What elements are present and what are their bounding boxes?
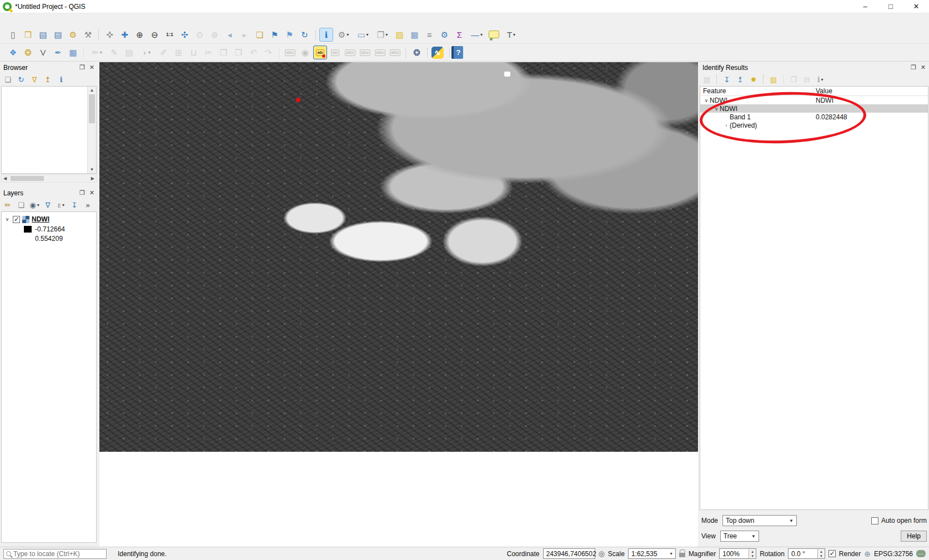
zoom-native-button[interactable]: 1:1 xyxy=(163,28,177,42)
measure-line-button[interactable]: ― ▾ xyxy=(468,28,486,42)
zoom-in-button[interactable]: ⊕ xyxy=(133,28,147,42)
add-mesh-layer-button[interactable]: ▦ xyxy=(66,46,80,59)
show-hide-labels-button[interactable]: abc xyxy=(343,46,357,59)
spinner-arrows-icon[interactable]: ▲▼ xyxy=(817,549,825,558)
identify-features-button[interactable]: ℹ xyxy=(319,28,333,42)
open-project-button[interactable]: ❒ xyxy=(21,28,35,42)
auto-open-form-checkbox[interactable] xyxy=(871,517,878,524)
toggle-editing-button[interactable]: ✎ xyxy=(107,46,121,59)
new-project-button[interactable]: ▯ xyxy=(6,28,20,42)
metasearch-button[interactable]: ❂ xyxy=(410,46,424,59)
highlight-pinned-labels-button[interactable]: ab xyxy=(313,46,327,59)
scale-lock-icon[interactable] xyxy=(679,553,685,557)
menu-raster[interactable] xyxy=(72,19,82,21)
text-annotation-button[interactable]: T ▾ xyxy=(502,28,520,42)
spinner-arrows-icon[interactable]: ▲▼ xyxy=(749,549,756,558)
delete-selected-button[interactable]: ⊔ xyxy=(187,46,200,59)
help-contents-button[interactable]: ? xyxy=(451,46,463,59)
menu-processing[interactable] xyxy=(102,19,112,21)
maximize-button[interactable]: □ xyxy=(878,0,903,13)
expand-all-layers-button[interactable]: ↧ xyxy=(68,199,81,211)
open-attribute-table-button[interactable]: ▦ xyxy=(408,28,421,42)
browser-tree[interactable]: ▲ ▼ xyxy=(1,86,97,174)
browser-float-button[interactable]: ❐ xyxy=(79,64,85,71)
save-project-as-button[interactable]: ▤ xyxy=(51,28,65,42)
crs-globe-icon[interactable]: ⊕ xyxy=(864,549,871,558)
save-project-button[interactable]: ▤ xyxy=(36,28,50,42)
new-shapefile-layer-button[interactable]: ✒ xyxy=(51,46,65,59)
rotate-label-button[interactable]: abc xyxy=(373,46,387,59)
open-form-button[interactable]: ▤ xyxy=(701,73,713,85)
new-print-layout-button[interactable]: ⚙ xyxy=(66,28,80,42)
paste-features-button[interactable]: ❒ xyxy=(232,46,245,59)
select-by-form-button[interactable]: ❐ ▾ xyxy=(373,28,391,42)
add-wms-layer-button[interactable]: ❂ xyxy=(21,46,35,59)
select-features-button[interactable]: ▭ ▾ xyxy=(354,28,372,42)
tree-chevron-icon[interactable]: › xyxy=(723,123,730,128)
new-spatial-bookmark-button[interactable]: ⚑ xyxy=(268,28,282,42)
browser-vertical-scrollbar[interactable]: ▲ ▼ xyxy=(87,87,96,173)
python-console-button[interactable]: ∿ xyxy=(431,47,444,59)
menu-plugins[interactable] xyxy=(52,19,62,21)
current-edits-button[interactable]: ✏ ▾ xyxy=(88,46,106,59)
extent-toggle-icon[interactable]: ◎ xyxy=(599,549,605,558)
result-row-derived[interactable]: › (Derived) xyxy=(700,121,928,129)
coordinate-input[interactable]: 243946,7406502 xyxy=(543,548,595,559)
expand-new-results-button[interactable]: ✸ xyxy=(747,73,760,85)
menu-database[interactable] xyxy=(82,19,92,21)
browser-horizontal-scrollbar[interactable]: ◀ ▶ xyxy=(1,174,97,183)
pin-unpin-labels-button[interactable]: ab xyxy=(328,46,342,59)
layer-diagram-options-button[interactable]: ◉ xyxy=(298,46,312,59)
map-tips-button[interactable] xyxy=(487,28,501,42)
zoom-last-button[interactable]: ◂ xyxy=(223,28,237,42)
rotation-spinner[interactable]: 0.0 ° ▲▼ xyxy=(788,548,825,559)
add-group-button[interactable]: ❏ xyxy=(15,199,27,211)
scale-dropdown[interactable]: 1:62,535 ▾ xyxy=(628,548,676,559)
browser-close-button[interactable]: ✕ xyxy=(89,64,94,71)
scroll-up-icon[interactable]: ▲ xyxy=(90,88,94,93)
layer-labeling-options-button[interactable]: abc xyxy=(283,46,297,59)
feature-column-header[interactable]: Feature xyxy=(700,87,813,95)
clear-results-button[interactable]: ▨ xyxy=(767,73,780,85)
processing-toolbox-button[interactable]: ⚙ xyxy=(438,28,451,42)
layer-name[interactable]: NDWI xyxy=(32,215,49,223)
statistical-summary-button[interactable]: Σ xyxy=(453,28,466,42)
identify-mode-settings-button[interactable]: ℹ ▾ xyxy=(814,73,826,85)
scroll-down-icon[interactable]: ▼ xyxy=(90,167,94,172)
change-label-properties-button[interactable]: abc xyxy=(388,46,402,59)
result-row-feature[interactable]: ∨ NDWI xyxy=(700,104,928,113)
layer-item-ndwi[interactable]: ∨ NDWI xyxy=(2,214,96,224)
menu-edit[interactable] xyxy=(12,19,22,21)
zoom-out-button[interactable]: ⊖ xyxy=(148,28,162,42)
help-button[interactable]: Help xyxy=(901,531,927,542)
menu-layer[interactable] xyxy=(32,19,42,21)
identify-close-button[interactable]: ✕ xyxy=(921,64,926,71)
result-row-band[interactable]: Band 1 0.0282448 xyxy=(700,113,928,121)
menu-project[interactable] xyxy=(2,19,12,21)
show-spatial-bookmarks-button[interactable]: ⚑ xyxy=(283,28,297,42)
field-calculator-button[interactable]: ≡ xyxy=(423,28,436,42)
result-row-layer[interactable]: ∨ NDWI NDWI xyxy=(700,96,928,104)
zoom-to-layer-button[interactable]: ⊚ xyxy=(208,28,222,42)
value-column-header[interactable]: Value xyxy=(813,87,832,95)
tree-chevron-icon[interactable]: ∨ xyxy=(713,106,720,112)
manage-map-themes-button[interactable]: ◉ ▾ xyxy=(28,199,41,211)
print-response-button[interactable]: ⊟ xyxy=(801,73,813,85)
menu-web[interactable] xyxy=(92,19,102,21)
scrollbar-thumb[interactable] xyxy=(11,176,44,181)
pan-map-button[interactable]: ✜ xyxy=(103,28,117,42)
layers-overflow-button[interactable]: » xyxy=(82,199,94,211)
messages-icon[interactable]: ⋯ xyxy=(916,550,926,557)
zoom-to-selection-button[interactable]: ⊙ xyxy=(193,28,207,42)
copy-result-button[interactable]: ❐ xyxy=(787,73,800,85)
deselect-all-layers-button[interactable]: ▨ xyxy=(393,28,406,42)
filter-browser-button[interactable]: ∇ xyxy=(28,73,41,85)
render-checkbox[interactable] xyxy=(828,550,836,557)
scroll-right-icon[interactable]: ▶ xyxy=(91,176,94,181)
cut-features-button[interactable]: ✂ xyxy=(202,46,215,59)
close-button[interactable]: ✕ xyxy=(903,0,929,13)
locator-search[interactable] xyxy=(3,549,107,559)
crs-value[interactable]: EPSG:32756 xyxy=(874,550,913,558)
identify-float-button[interactable]: ❐ xyxy=(911,64,916,71)
map-raster-ndwi[interactable] xyxy=(99,62,698,452)
